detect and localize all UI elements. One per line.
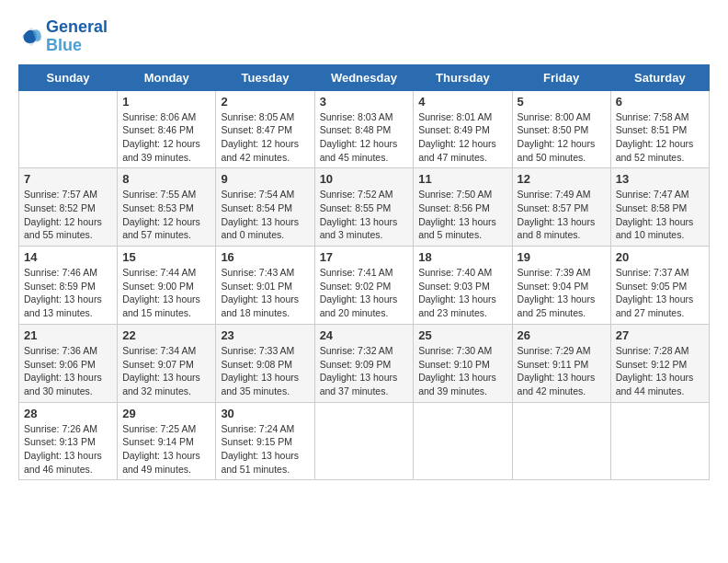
calendar-week-3: 14Sunrise: 7:46 AMSunset: 8:59 PMDayligh… (19, 247, 710, 325)
calendar-cell: 26Sunrise: 7:29 AMSunset: 9:11 PMDayligh… (512, 324, 610, 402)
calendar-cell: 18Sunrise: 7:40 AMSunset: 9:03 PMDayligh… (414, 247, 512, 325)
day-info: Sunrise: 7:26 AMSunset: 9:13 PMDaylight:… (24, 422, 112, 477)
day-info: Sunrise: 7:28 AMSunset: 9:12 PMDaylight:… (616, 344, 704, 398)
calendar-cell (610, 402, 709, 480)
day-number: 19 (518, 250, 606, 264)
weekday-header-wednesday: Wednesday (314, 64, 414, 90)
calendar-cell: 9Sunrise: 7:54 AMSunset: 8:54 PMDaylight… (216, 168, 314, 247)
weekday-header-friday: Friday (512, 64, 610, 90)
day-info: Sunrise: 7:30 AMSunset: 9:10 PMDaylight:… (418, 344, 506, 398)
weekday-header-monday: Monday (118, 64, 216, 90)
calendar-cell (512, 402, 610, 480)
calendar-cell: 15Sunrise: 7:44 AMSunset: 9:00 PMDayligh… (118, 247, 216, 325)
calendar-cell: 1Sunrise: 8:06 AMSunset: 8:46 PMDaylight… (118, 90, 216, 168)
calendar-cell (414, 402, 512, 480)
day-info: Sunrise: 7:29 AMSunset: 9:11 PMDaylight:… (518, 344, 606, 398)
day-info: Sunrise: 7:41 AMSunset: 9:02 PMDaylight:… (320, 266, 409, 320)
day-number: 1 (122, 95, 210, 109)
logo: General Blue (18, 18, 108, 55)
day-number: 23 (221, 328, 309, 342)
day-info: Sunrise: 7:49 AMSunset: 8:57 PMDaylight:… (518, 188, 606, 242)
day-number: 20 (616, 250, 704, 264)
calendar-cell: 10Sunrise: 7:52 AMSunset: 8:55 PMDayligh… (314, 168, 414, 247)
day-number: 9 (221, 172, 309, 186)
day-number: 24 (320, 328, 409, 342)
logo-icon (18, 24, 44, 50)
day-info: Sunrise: 7:36 AMSunset: 9:06 PMDaylight:… (24, 344, 112, 398)
calendar-cell: 12Sunrise: 7:49 AMSunset: 8:57 PMDayligh… (512, 168, 610, 247)
calendar-cell: 29Sunrise: 7:25 AMSunset: 9:14 PMDayligh… (118, 402, 216, 480)
day-number: 28 (24, 407, 112, 420)
calendar-cell: 13Sunrise: 7:47 AMSunset: 8:58 PMDayligh… (610, 168, 709, 247)
calendar-cell: 27Sunrise: 7:28 AMSunset: 9:12 PMDayligh… (610, 324, 709, 402)
day-info: Sunrise: 7:24 AMSunset: 9:15 PMDaylight:… (221, 422, 309, 477)
day-number: 8 (122, 172, 210, 186)
day-info: Sunrise: 7:47 AMSunset: 8:58 PMDaylight:… (616, 188, 704, 242)
day-info: Sunrise: 7:58 AMSunset: 8:51 PMDaylight:… (616, 110, 704, 165)
calendar-cell: 19Sunrise: 7:39 AMSunset: 9:04 PMDayligh… (512, 247, 610, 325)
day-info: Sunrise: 7:34 AMSunset: 9:07 PMDaylight:… (122, 344, 210, 398)
day-number: 18 (418, 250, 506, 264)
calendar-cell: 6Sunrise: 7:58 AMSunset: 8:51 PMDaylight… (610, 90, 709, 168)
calendar-cell: 11Sunrise: 7:50 AMSunset: 8:56 PMDayligh… (414, 168, 512, 247)
day-info: Sunrise: 8:01 AMSunset: 8:49 PMDaylight:… (418, 110, 506, 165)
day-number: 14 (24, 250, 112, 264)
day-info: Sunrise: 7:25 AMSunset: 9:14 PMDaylight:… (122, 422, 210, 477)
day-number: 15 (122, 250, 210, 264)
day-number: 2 (221, 95, 309, 109)
day-number: 30 (221, 407, 309, 420)
day-number: 21 (24, 328, 112, 342)
calendar-cell: 5Sunrise: 8:00 AMSunset: 8:50 PMDaylight… (512, 90, 610, 168)
weekday-header-row: SundayMondayTuesdayWednesdayThursdayFrid… (19, 64, 710, 90)
calendar-cell: 16Sunrise: 7:43 AMSunset: 9:01 PMDayligh… (216, 247, 314, 325)
calendar-week-1: 1Sunrise: 8:06 AMSunset: 8:46 PMDaylight… (19, 90, 710, 168)
day-info: Sunrise: 7:55 AMSunset: 8:53 PMDaylight:… (122, 188, 210, 242)
calendar-cell: 23Sunrise: 7:33 AMSunset: 9:08 PMDayligh… (216, 324, 314, 402)
day-number: 5 (518, 95, 606, 109)
calendar-cell: 28Sunrise: 7:26 AMSunset: 9:13 PMDayligh… (19, 402, 118, 480)
calendar-cell: 22Sunrise: 7:34 AMSunset: 9:07 PMDayligh… (118, 324, 216, 402)
calendar-cell: 3Sunrise: 8:03 AMSunset: 8:48 PMDaylight… (314, 90, 414, 168)
day-info: Sunrise: 8:00 AMSunset: 8:50 PMDaylight:… (518, 110, 606, 165)
weekday-header-saturday: Saturday (610, 64, 709, 90)
day-info: Sunrise: 8:03 AMSunset: 8:48 PMDaylight:… (320, 110, 409, 165)
day-info: Sunrise: 7:32 AMSunset: 9:09 PMDaylight:… (320, 344, 409, 398)
calendar-cell: 24Sunrise: 7:32 AMSunset: 9:09 PMDayligh… (314, 324, 414, 402)
calendar-table: SundayMondayTuesdayWednesdayThursdayFrid… (18, 64, 710, 481)
calendar-cell: 7Sunrise: 7:57 AMSunset: 8:52 PMDaylight… (19, 168, 118, 247)
calendar-cell (314, 402, 414, 480)
day-info: Sunrise: 7:39 AMSunset: 9:04 PMDaylight:… (518, 266, 606, 320)
calendar-cell: 14Sunrise: 7:46 AMSunset: 8:59 PMDayligh… (19, 247, 118, 325)
day-info: Sunrise: 7:33 AMSunset: 9:08 PMDaylight:… (221, 344, 309, 398)
day-number: 29 (122, 407, 210, 420)
day-number: 4 (418, 95, 506, 109)
day-number: 10 (320, 172, 409, 186)
weekday-header-thursday: Thursday (414, 64, 512, 90)
day-info: Sunrise: 7:54 AMSunset: 8:54 PMDaylight:… (221, 188, 309, 242)
calendar-cell: 30Sunrise: 7:24 AMSunset: 9:15 PMDayligh… (216, 402, 314, 480)
day-info: Sunrise: 7:43 AMSunset: 9:01 PMDaylight:… (221, 266, 309, 320)
day-number: 16 (221, 250, 309, 264)
day-info: Sunrise: 7:52 AMSunset: 8:55 PMDaylight:… (320, 188, 409, 242)
day-info: Sunrise: 7:40 AMSunset: 9:03 PMDaylight:… (418, 266, 506, 320)
calendar-week-5: 28Sunrise: 7:26 AMSunset: 9:13 PMDayligh… (19, 402, 710, 480)
day-info: Sunrise: 7:57 AMSunset: 8:52 PMDaylight:… (24, 188, 112, 242)
day-number: 13 (616, 172, 704, 186)
calendar-cell: 21Sunrise: 7:36 AMSunset: 9:06 PMDayligh… (19, 324, 118, 402)
calendar-week-2: 7Sunrise: 7:57 AMSunset: 8:52 PMDaylight… (19, 168, 710, 247)
calendar-cell: 17Sunrise: 7:41 AMSunset: 9:02 PMDayligh… (314, 247, 414, 325)
weekday-header-sunday: Sunday (19, 64, 118, 90)
day-number: 22 (122, 328, 210, 342)
day-number: 12 (518, 172, 606, 186)
calendar-cell: 8Sunrise: 7:55 AMSunset: 8:53 PMDaylight… (118, 168, 216, 247)
calendar-week-4: 21Sunrise: 7:36 AMSunset: 9:06 PMDayligh… (19, 324, 710, 402)
day-number: 27 (616, 328, 704, 342)
page-header: General Blue (18, 18, 710, 55)
day-number: 17 (320, 250, 409, 264)
day-info: Sunrise: 7:46 AMSunset: 8:59 PMDaylight:… (24, 266, 112, 320)
day-info: Sunrise: 8:05 AMSunset: 8:47 PMDaylight:… (221, 110, 309, 165)
calendar-cell: 20Sunrise: 7:37 AMSunset: 9:05 PMDayligh… (610, 247, 709, 325)
day-info: Sunrise: 7:44 AMSunset: 9:00 PMDaylight:… (122, 266, 210, 320)
day-number: 7 (24, 172, 112, 186)
logo-text: General Blue (46, 18, 108, 55)
